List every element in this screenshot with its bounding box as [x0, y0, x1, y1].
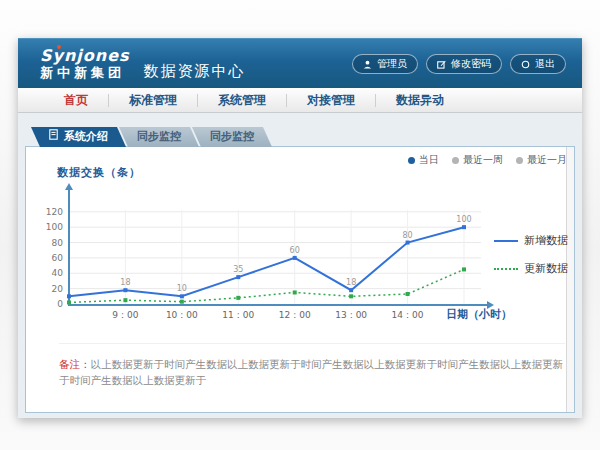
logo-text-cn: 新中新集团: [40, 66, 130, 80]
svg-text:9：00: 9：00: [112, 310, 138, 320]
svg-text:20: 20: [52, 284, 64, 294]
radio-today[interactable]: 当日: [408, 153, 439, 167]
nav-item-system-mgmt[interactable]: 系统管理: [198, 94, 287, 107]
legend-label: 更新数据: [524, 261, 568, 276]
svg-text:14：00: 14：00: [392, 310, 424, 320]
logo-accent-dot: [57, 45, 61, 49]
logout-button[interactable]: 退出: [510, 54, 566, 74]
legend-item-updated-data[interactable]: 更新数据: [494, 261, 568, 276]
dotted-line-swatch-icon: [494, 268, 518, 270]
radio-label: 最近一月: [527, 153, 567, 167]
radio-last-month[interactable]: 最近一月: [516, 153, 567, 167]
svg-text:40: 40: [52, 268, 64, 278]
tab-label: 系统介绍: [64, 127, 108, 147]
svg-text:0: 0: [57, 299, 63, 309]
svg-text:100: 100: [46, 222, 63, 232]
tab-sync-monitor-1[interactable]: 同步监控: [119, 127, 199, 147]
tab-sync-monitor-2[interactable]: 同步监控: [192, 127, 272, 147]
content-area: 系统介绍 同步监控 同步监控 当日 最近一周 最近一月: [18, 113, 582, 417]
line-chart: 0204060801001209：0010：0011：0012：0013：001…: [41, 180, 511, 332]
svg-text:10：00: 10：00: [166, 310, 198, 320]
svg-text:18: 18: [120, 278, 130, 287]
legend-label: 新增数据: [524, 233, 568, 248]
user-icon: [363, 60, 372, 69]
solid-line-swatch-icon: [494, 240, 518, 242]
chart-panel: 当日 最近一周 最近一月 数据交换（条） 0204060801001209：00…: [25, 146, 575, 413]
radio-label: 最近一周: [463, 153, 503, 167]
nav-item-standard-mgmt[interactable]: 标准管理: [109, 94, 198, 107]
svg-text:60: 60: [52, 253, 64, 263]
footnote: 备注：以上数据更新于时间产生数据以上数据更新于时间产生数据以上数据更新于时间产生…: [59, 343, 565, 389]
radio-label: 当日: [419, 153, 439, 167]
nav-item-interface-mgmt[interactable]: 对接管理: [287, 94, 376, 107]
svg-text:60: 60: [290, 246, 300, 255]
logo-text-en: Synjones: [40, 47, 130, 65]
edit-icon: [437, 60, 446, 69]
svg-text:11：00: 11：00: [222, 310, 254, 320]
app-header: Synjones 新中新集团 数据资源中心 管理员 修改密码: [18, 38, 582, 88]
radio-dot: [408, 157, 415, 164]
svg-text:13：00: 13：00: [335, 310, 367, 320]
svg-text:80: 80: [52, 238, 64, 248]
radio-dot: [516, 157, 523, 164]
legend-item-new-data[interactable]: 新增数据: [494, 233, 568, 248]
svg-text:12：00: 12：00: [279, 310, 311, 320]
change-password-button[interactable]: 修改密码: [426, 54, 502, 74]
company-logo: Synjones 新中新集团: [40, 47, 130, 81]
user-button-label: 管理员: [377, 57, 407, 71]
chart-legend: 新增数据 更新数据: [494, 233, 568, 289]
nav-item-data-change[interactable]: 数据异动: [376, 94, 464, 107]
footnote-prefix: 备注：: [59, 358, 91, 370]
page-title: 数据资源中心: [144, 62, 246, 81]
svg-text:120: 120: [46, 207, 63, 217]
range-radio-group: 当日 最近一周 最近一月: [408, 153, 567, 167]
x-axis-title: 日期（小时）: [446, 307, 512, 322]
nav-item-home[interactable]: 首页: [44, 94, 109, 107]
svg-text:80: 80: [402, 231, 412, 240]
header-actions: 管理员 修改密码 退出: [352, 54, 566, 74]
tab-system-intro[interactable]: 系统介绍: [31, 127, 126, 147]
main-nav: 首页 标准管理 系统管理 对接管理 数据异动: [18, 88, 582, 113]
change-password-label: 修改密码: [451, 57, 491, 71]
svg-text:35: 35: [233, 265, 243, 274]
radio-dot: [452, 157, 459, 164]
svg-text:10: 10: [177, 284, 187, 293]
power-icon: [521, 60, 530, 69]
app-window: Synjones 新中新集团 数据资源中心 管理员 修改密码: [18, 38, 582, 418]
radio-last-week[interactable]: 最近一周: [452, 153, 503, 167]
logout-label: 退出: [535, 57, 555, 71]
user-button[interactable]: 管理员: [352, 54, 418, 74]
footnote-body: 以上数据更新于时间产生数据以上数据更新于时间产生数据以上数据更新于时间产生数据以…: [59, 358, 563, 386]
document-icon: [49, 127, 58, 147]
tab-bar: 系统介绍 同步监控 同步监控: [31, 127, 265, 147]
svg-text:100: 100: [456, 215, 471, 224]
y-axis-title: 数据交换（条）: [57, 165, 141, 180]
svg-text:18: 18: [346, 278, 356, 287]
